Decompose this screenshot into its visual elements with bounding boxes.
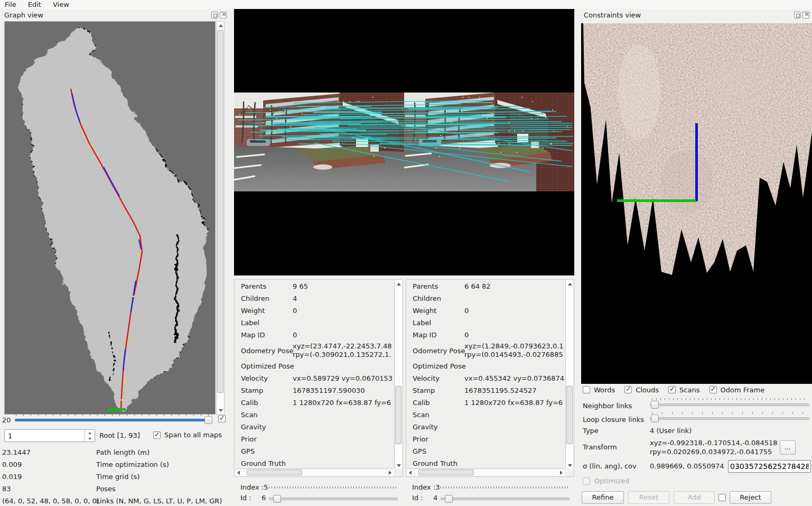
refine-button[interactable]: Refine [582,491,624,504]
loop-closure-links-handle[interactable] [651,415,659,422]
reset-button: Reset [628,491,669,504]
scroll-down-icon[interactable] [395,462,402,468]
slider-groove[interactable] [650,403,809,406]
node-a-id-value: 6 [262,494,266,502]
constraints-view-title: Constraints view [584,11,641,19]
node-a-id-slider[interactable] [269,498,398,500]
table-row: GPS [235,445,394,457]
node-b-id-slider-handle[interactable] [445,495,453,503]
checkbox-label: Words [594,386,615,394]
table-row: Ground Truth [235,457,394,469]
float-icon[interactable] [211,12,218,19]
float-icon[interactable] [794,12,801,19]
neighbor-links-handle[interactable] [651,401,659,409]
scrollbar-thumb[interactable] [247,470,302,475]
graph-view-dock: Graph view [0,9,229,506]
stat-value: (64, 0, 52, 48, 0, 58, 0, 0, 0) [0,497,96,505]
scroll-up-icon[interactable] [217,22,223,29]
transform-value: xyz=-0.992318,-0.170514,-0.084518 rpy=0.… [650,438,778,456]
graph-stats: 23.1447Path length (m)0.009Time optimiza… [0,446,229,506]
loop-closure-dock: Parents9 65Children4Weight0LabelMap ID0O… [234,9,574,506]
iteration-slider-ticks [16,414,211,416]
scroll-left-icon[interactable] [407,469,414,475]
table-row: Prior [235,433,394,445]
row-value: 4 [293,295,394,303]
scans-checkbox[interactable] [668,386,676,393]
slider-groove[interactable] [650,417,809,420]
row-value: 0 [464,331,565,339]
words-checkbox[interactable] [583,386,590,393]
table-b-vscrollbar[interactable] [565,280,573,469]
table-row: Weight0 [235,305,394,317]
node-b-id-slider[interactable] [441,498,570,500]
reject-button[interactable]: Reject [730,491,771,504]
scroll-right-icon[interactable] [387,469,393,475]
row-label: Stamp [406,387,464,394]
close-icon[interactable] [220,12,227,19]
row-label: Ground Truth [235,459,293,467]
stat-row: 0.019Time grid (s) [0,471,229,483]
row-label: Gravity [235,423,293,431]
node-b-slider-ticks [441,486,570,489]
menu-file[interactable]: File [5,1,16,8]
iteration-slider[interactable] [15,419,212,421]
row-value-line2: rpy=(0.0145493,-0.0276885 [464,351,565,359]
stat-row: 23.1447Path length (m) [0,446,229,458]
table-a-hscrollbar[interactable] [235,468,394,476]
row-value: 1 1280x720 fx=638.87 fy=6 [464,399,565,407]
row-label: Label [406,319,464,327]
table-row: Weight0 [406,305,565,317]
menu-edit[interactable]: Edit [28,1,41,8]
clouds-checkbox[interactable] [624,386,632,393]
display-option: Scans [668,386,699,394]
table-row: Stamp1678351195.524527 [406,384,565,397]
map-vertical-scrollbar[interactable] [216,21,225,415]
node-a-id-slider-handle[interactable] [273,495,281,503]
link-type-label: Type [583,427,599,435]
root-range-label: Root [1, 93] [99,431,140,439]
display-option: Clouds [624,386,659,394]
table-row: Velocityvx=0.455342 vy=0.0736874 [406,372,565,384]
row-value: xyz=(1.2849,-0.0793623,0.1rpy=(0.0145493… [464,342,565,359]
scrollbar-thumb[interactable] [566,386,573,444]
spin-down-icon[interactable] [85,436,95,441]
scroll-down-icon[interactable] [217,407,223,413]
occupancy-map-view[interactable] [4,21,216,415]
table-b-hscrollbar[interactable] [407,468,565,476]
row-label: Optimized Pose [406,362,464,370]
camera-images-view[interactable] [234,9,574,275]
row-label: Velocity [235,374,293,382]
scroll-up-icon[interactable] [566,281,573,287]
scroll-left-icon[interactable] [236,469,242,475]
table-row: Label [406,317,565,329]
iteration-slider-handle[interactable] [204,416,212,424]
point-cloud-view[interactable] [581,23,812,384]
scroll-up-icon[interactable] [395,281,402,287]
span-to-all-maps-checkbox[interactable] [153,431,161,439]
close-icon[interactable] [802,12,809,19]
reject-option-checkbox[interactable] [718,494,726,501]
node-b-index-label: Index :3 [412,483,440,491]
row-value: 6 64 82 [464,282,565,291]
node-b-id-label: Id : [412,494,423,502]
stat-value: 0.009 [0,461,96,468]
menu-view[interactable]: View [53,1,69,8]
sigma-label: σ (lin, ang), cov [583,462,637,470]
table-a-vscrollbar[interactable] [394,280,402,469]
root-spinbox[interactable] [4,429,95,442]
scrollbar-thumb[interactable] [395,386,402,444]
node-b-info-table: Parents6 64 82ChildrenWeight0LabelMap ID… [406,279,574,477]
scrollbar-thumb[interactable] [418,470,474,475]
loop-closure-links-label: Loop closure links [583,416,644,424]
node-b-id-slider-group: Index :3 Id : 4 [408,482,573,505]
spin-up-icon[interactable] [85,430,95,436]
iteration-checkbox[interactable] [218,415,226,422]
loop-closure-links-slider[interactable] [650,412,809,424]
scroll-right-icon[interactable] [558,469,564,475]
neighbor-links-slider[interactable] [650,398,809,410]
edit-transform-button[interactable]: ... [780,440,796,455]
scroll-down-icon[interactable] [566,462,573,468]
covariance-input[interactable] [728,460,811,473]
odom-frame-checkbox[interactable] [710,386,717,393]
scrollbar-thumb[interactable] [217,30,223,393]
